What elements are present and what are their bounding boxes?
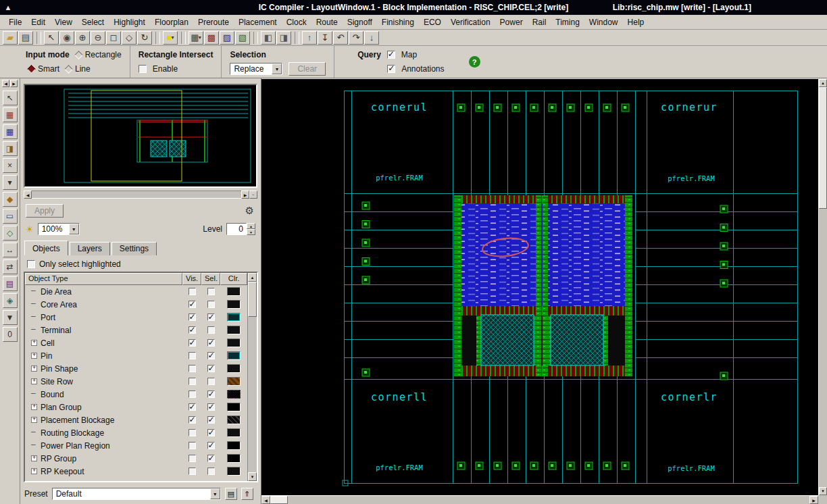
polygon-tool-icon[interactable]: ◇ xyxy=(3,226,18,241)
selectability-checkbox[interactable] xyxy=(207,288,215,295)
tree-expander-icon[interactable] xyxy=(31,391,37,397)
selectability-checkbox[interactable] xyxy=(207,455,215,462)
color-swatch[interactable] xyxy=(227,415,241,424)
open-icon[interactable]: ▰ xyxy=(3,31,18,45)
object-type-row[interactable]: Site Row xyxy=(25,375,247,388)
save-icon[interactable]: ▤ xyxy=(18,31,33,45)
menu-item[interactable]: Power xyxy=(495,16,528,28)
swap-tool-icon[interactable]: ⇄ xyxy=(3,259,18,274)
visibility-checkbox[interactable] xyxy=(189,378,196,385)
zoom-level-dropdown[interactable]: 100% ▼ xyxy=(38,223,80,235)
group-tool-icon[interactable]: ▤ xyxy=(3,276,18,291)
canvas-vertical-scrollbar[interactable]: ▲ ▼ xyxy=(818,79,827,495)
object-type-row[interactable]: Bound xyxy=(25,388,247,401)
tree-expander-icon[interactable] xyxy=(31,301,37,307)
menu-item[interactable]: Select xyxy=(77,16,109,28)
selectability-checkbox[interactable] xyxy=(207,416,215,424)
scroll-left-icon[interactable]: ◀ xyxy=(24,191,32,199)
visibility-checkbox[interactable] xyxy=(189,416,196,424)
zoom-fit-icon[interactable]: ◇ xyxy=(122,31,136,45)
help-icon[interactable]: ? xyxy=(469,56,480,68)
column-header-object-type[interactable]: Object Type xyxy=(25,273,182,285)
menu-item[interactable]: Route xyxy=(311,16,343,28)
visibility-checkbox[interactable] xyxy=(189,403,196,411)
spinner-up-icon[interactable]: ▲ xyxy=(247,223,255,229)
color-swatch[interactable] xyxy=(227,300,241,309)
visibility-checkbox[interactable] xyxy=(189,429,196,436)
only-select-highlighted-checkbox[interactable] xyxy=(27,260,35,268)
object-type-row[interactable]: RP Keepout xyxy=(25,465,247,478)
toolbar-separator[interactable] xyxy=(253,32,258,44)
red-layer-tool-icon[interactable]: ▦ xyxy=(3,107,18,122)
object-type-row[interactable]: Plan Group xyxy=(25,401,247,413)
column-header-sel[interactable]: Sel. xyxy=(201,273,220,285)
power-strap-left[interactable] xyxy=(454,195,461,376)
tree-expander-icon[interactable] xyxy=(31,327,37,333)
more-tools-icon[interactable]: ▼ xyxy=(3,310,18,325)
color-swatch[interactable] xyxy=(227,428,241,437)
stretch-tool-icon[interactable]: ↔ xyxy=(3,243,18,257)
visibility-checkbox[interactable] xyxy=(189,339,196,347)
congestion-map-icon[interactable]: ▩ xyxy=(204,31,219,45)
object-type-row[interactable]: Routing Blockage xyxy=(25,426,247,439)
scrollbar-thumb[interactable] xyxy=(248,282,257,317)
clear-selection-button[interactable]: Clear xyxy=(289,62,326,76)
blue-layer-tool-icon[interactable]: ▦ xyxy=(3,124,18,139)
visibility-checkbox[interactable] xyxy=(189,442,196,449)
visibility-checkbox[interactable] xyxy=(189,288,196,295)
menu-item[interactable]: File xyxy=(4,16,26,28)
delete-tool-icon[interactable]: × xyxy=(3,158,18,173)
scroll-left-icon[interactable]: ◀ xyxy=(261,496,270,504)
column-header-vis[interactable]: Vis. xyxy=(182,273,201,285)
tree-expander-icon[interactable] xyxy=(31,340,37,346)
menu-item[interactable]: Edit xyxy=(26,16,50,28)
tree-expander-icon[interactable] xyxy=(31,353,37,359)
menu-item[interactable]: Finishing xyxy=(377,16,419,28)
menu-item[interactable]: Timing xyxy=(551,16,584,28)
zoom-box-icon[interactable]: ◻ xyxy=(106,31,121,45)
highlight-color-icon[interactable]: ■ ▾ xyxy=(163,31,178,45)
color-swatch[interactable] xyxy=(227,338,241,347)
visibility-checkbox[interactable] xyxy=(189,365,196,372)
object-type-row[interactable]: Die Area xyxy=(25,285,247,298)
spinner-down-icon[interactable]: ▼ xyxy=(247,229,255,235)
marker-tool-icon[interactable]: ◆ xyxy=(3,192,18,207)
selection-mode-dropdown[interactable]: Replace ▼ xyxy=(230,63,282,75)
object-type-row[interactable]: Port xyxy=(25,311,247,324)
power-strap-right[interactable] xyxy=(625,195,632,376)
select-mode-icon[interactable]: ↖ xyxy=(44,31,59,45)
object-type-row[interactable]: Core Area xyxy=(25,298,247,311)
up-hierarchy-icon[interactable]: ↑ xyxy=(302,31,317,45)
visibility-checkbox[interactable] xyxy=(189,455,196,462)
tree-expander-icon[interactable] xyxy=(31,404,37,410)
menu-item[interactable]: Help xyxy=(623,16,649,28)
layout-canvas[interactable]: cornerul cornerur cornerll cornerlr pfre… xyxy=(261,78,827,504)
menu-item[interactable]: Placement xyxy=(234,16,282,28)
macro-ram-1[interactable] xyxy=(481,315,534,366)
color-swatch[interactable] xyxy=(227,364,241,373)
layer-panel-icon[interactable]: ▦ ▾ xyxy=(189,31,203,45)
menu-item[interactable]: Floorplan xyxy=(150,16,193,28)
minimap[interactable] xyxy=(24,84,257,188)
tree-expander-icon[interactable] xyxy=(31,417,37,423)
toolbar-separator[interactable] xyxy=(155,32,160,44)
chevron-down-icon[interactable]: ▼ xyxy=(272,64,282,74)
object-type-row[interactable]: Terminal xyxy=(25,324,247,336)
tree-expander-icon[interactable] xyxy=(31,366,37,372)
selectability-checkbox[interactable] xyxy=(207,468,215,475)
selectability-checkbox[interactable] xyxy=(207,403,215,411)
tree-expander-icon[interactable] xyxy=(31,288,37,295)
color-swatch[interactable] xyxy=(227,441,241,450)
color-swatch[interactable] xyxy=(227,403,241,411)
object-type-row[interactable]: RP Group xyxy=(25,452,247,465)
scroll-up-icon[interactable]: ▲ xyxy=(248,273,257,282)
pin-density-map-icon[interactable]: ▧ xyxy=(235,31,250,45)
menu-item[interactable]: Verification xyxy=(446,16,495,28)
scrollbar-thumb[interactable] xyxy=(270,496,288,504)
radio-smart[interactable]: Smart xyxy=(28,64,59,74)
color-swatch[interactable] xyxy=(227,351,241,360)
visibility-checkbox[interactable] xyxy=(189,390,196,398)
chevron-down-icon[interactable]: ▼ xyxy=(69,224,79,234)
color-swatch[interactable] xyxy=(227,467,241,476)
tool-palette-dropdown-icon[interactable]: ▾ xyxy=(3,175,18,190)
